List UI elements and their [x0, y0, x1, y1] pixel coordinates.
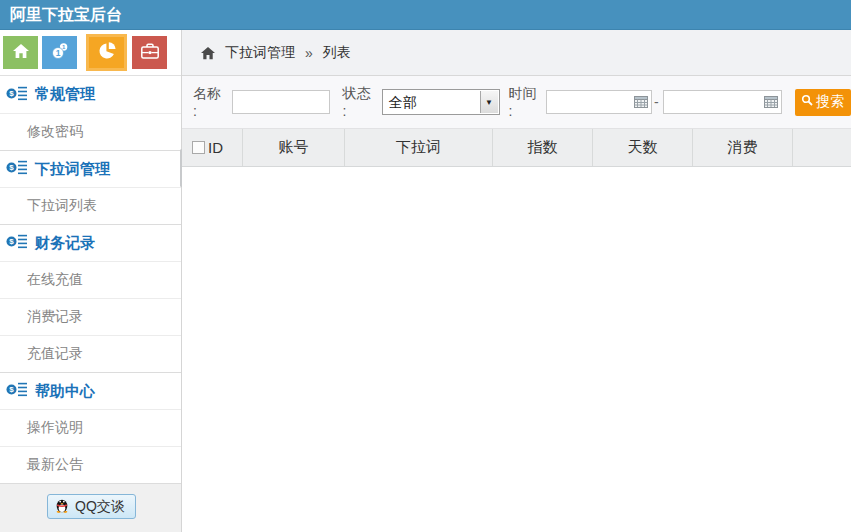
svg-text:1: 1: [55, 48, 60, 58]
money-list-icon: $: [6, 233, 28, 253]
column-header-cost: 消费: [693, 129, 793, 166]
svg-text:$: $: [9, 385, 14, 394]
column-label: ID: [208, 139, 223, 156]
briefcase-icon: [140, 42, 160, 64]
sidebar: 1 1: [0, 30, 182, 532]
date-to-wrap: [663, 90, 782, 114]
sidebar-section-general[interactable]: $ 常规管理: [0, 76, 181, 113]
column-header-account: 账号: [243, 129, 345, 166]
top-bar: 阿里下拉宝后台: [0, 0, 851, 30]
search-button[interactable]: 搜索: [795, 89, 851, 116]
sidebar-item-operation-guide[interactable]: 操作说明: [0, 409, 181, 446]
svg-text:$: $: [9, 163, 14, 172]
app-title: 阿里下拉宝后台: [0, 0, 851, 29]
qq-penguin-icon: [54, 497, 70, 516]
select-all-checkbox[interactable]: [192, 141, 205, 154]
quick-buttons-row: 1 1: [0, 30, 181, 76]
breadcrumb-section[interactable]: 下拉词管理: [225, 44, 295, 62]
sidebar-item-online-recharge[interactable]: 在线充值: [0, 261, 181, 298]
column-header-actions: [793, 129, 851, 166]
breadcrumb-current: 列表: [323, 44, 351, 62]
sidebar-item-change-password[interactable]: 修改密码: [0, 113, 181, 150]
svg-text:$: $: [9, 89, 14, 98]
sidebar-section-dropdown[interactable]: $ 下拉词管理: [0, 150, 181, 187]
table-body-empty: [182, 167, 851, 532]
search-icon: [801, 94, 814, 110]
name-label: 名称 :: [193, 85, 228, 119]
date-from-wrap: [546, 90, 652, 114]
sidebar-item-recharge-records[interactable]: 充值记录: [0, 335, 181, 372]
quick-home-button[interactable]: [3, 36, 38, 69]
time-label: 时间 :: [509, 85, 544, 119]
coins-icon: 1 1: [50, 41, 70, 65]
sidebar-item-consume-records[interactable]: 消费记录: [0, 298, 181, 335]
date-range-separator: -: [654, 94, 659, 110]
qq-contact-area: QQ交谈: [0, 483, 181, 532]
item-label: 下拉词列表: [27, 197, 97, 215]
status-label: 状态 :: [342, 85, 377, 119]
search-button-label: 搜索: [816, 93, 844, 111]
svg-text:$: $: [9, 237, 14, 246]
chevron-down-icon[interactable]: ▼: [480, 91, 498, 113]
item-label: 在线充值: [27, 271, 83, 289]
sidebar-item-latest-announcements[interactable]: 最新公告: [0, 446, 181, 483]
sidebar-section-finance[interactable]: $ 财务记录: [0, 224, 181, 261]
money-list-icon: $: [6, 159, 28, 179]
filter-bar: 名称 : 状态 : 全部 ▼ 时间 : -: [182, 76, 851, 129]
pie-chart-icon: [97, 41, 117, 65]
calendar-icon[interactable]: [764, 95, 778, 111]
quick-finance-button[interactable]: 1 1: [42, 36, 77, 69]
money-list-icon: $: [6, 85, 28, 105]
item-label: 充值记录: [27, 345, 83, 363]
section-title: 下拉词管理: [35, 160, 110, 179]
name-input[interactable]: [232, 90, 330, 114]
quick-stats-button[interactable]: [86, 34, 127, 71]
column-header-index: 指数: [493, 129, 593, 166]
breadcrumb-separator: »: [305, 45, 313, 61]
section-title: 常规管理: [35, 85, 95, 104]
calendar-icon[interactable]: [634, 95, 648, 111]
qq-chat-label: QQ交谈: [75, 498, 125, 516]
column-header-days: 天数: [593, 129, 693, 166]
item-label: 消费记录: [27, 308, 83, 326]
sidebar-item-dropdown-list[interactable]: 下拉词列表: [0, 187, 181, 224]
section-title: 帮助中心: [35, 382, 95, 401]
item-label: 最新公告: [27, 456, 83, 474]
qq-chat-button[interactable]: QQ交谈: [47, 494, 136, 519]
item-label: 操作说明: [27, 419, 83, 437]
money-list-icon: $: [6, 381, 28, 401]
home-icon: [12, 43, 30, 63]
breadcrumb: 下拉词管理 » 列表: [182, 30, 851, 76]
status-select[interactable]: 全部 ▼: [382, 89, 500, 115]
item-label: 修改密码: [27, 123, 83, 141]
sidebar-menu: $ 常规管理 修改密码 $: [0, 76, 181, 483]
column-header-id: ID: [182, 129, 243, 166]
home-icon: [200, 46, 216, 60]
main-content: 下拉词管理 » 列表 名称 : 状态 : 全部 ▼ 时间 :: [182, 30, 851, 532]
quick-toolbox-button[interactable]: [132, 36, 167, 69]
sidebar-section-help[interactable]: $ 帮助中心: [0, 372, 181, 409]
section-title: 财务记录: [35, 234, 95, 253]
column-header-keyword: 下拉词: [345, 129, 493, 166]
table-header-row: ID 账号 下拉词 指数 天数 消费: [182, 129, 851, 167]
